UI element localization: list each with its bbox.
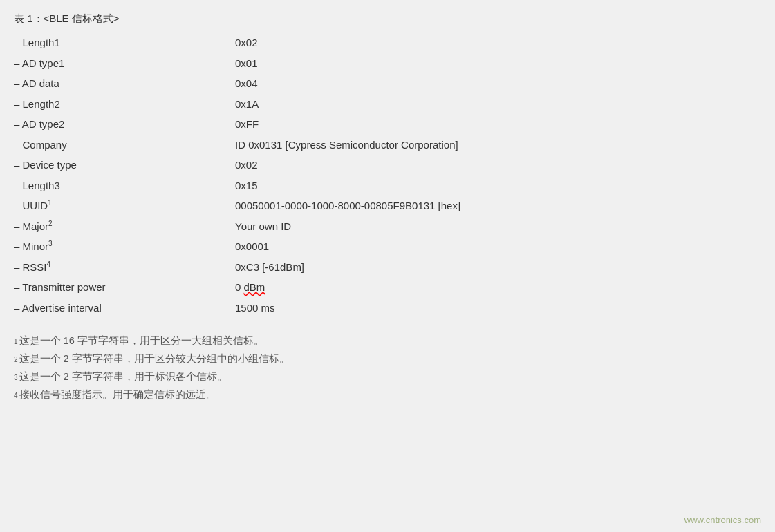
footnote-number: 3: [14, 374, 18, 381]
row-value: Your own ID: [235, 218, 291, 236]
footnote-item: 4接收信号强度指示。用于确定信标的远近。: [14, 386, 761, 403]
row-label: – UUID1: [14, 197, 235, 215]
row-value: 00050001-0000-1000-8000-00805F9B0131 [he…: [235, 197, 460, 215]
row-label: – AD type1: [14, 55, 235, 73]
row-label: – Length2: [14, 95, 235, 113]
row-value: 0x1A: [235, 95, 259, 113]
row-value: 0x0001: [235, 238, 269, 256]
page-title: 表 1：<BLE 信标格式>: [14, 12, 761, 26]
footnote-number: 2: [14, 357, 18, 363]
table-row: – UUID100050001-0000-1000-8000-00805F9B0…: [14, 196, 761, 216]
table-row: – AD type20xFF: [14, 114, 761, 135]
footnote-item: 3这是一个 2 字节字符串，用于标识各个信标。: [14, 368, 761, 386]
table-row: – RSSI40xC3 [-61dBm]: [14, 257, 761, 278]
table-row: – Transmitter power0 dBm: [14, 277, 761, 298]
row-value: 0x04: [235, 75, 258, 93]
row-value: 0x15: [235, 177, 258, 195]
row-value: ID 0x0131 [Cypress Semiconductor Corpora…: [235, 136, 458, 154]
footnotes-section: 1这是一个 16 字节字符串，用于区分一大组相关信标。2这是一个 2 字节字符串…: [14, 332, 761, 403]
row-label: – Major2: [14, 218, 235, 236]
watermark: www.cntronics.com: [684, 515, 761, 525]
footnote-item: 1这是一个 16 字节字符串，用于区分一大组相关信标。: [14, 332, 761, 350]
row-value: 0xC3 [-61dBm]: [235, 258, 304, 276]
table-row: – Advertise interval1500 ms: [14, 298, 761, 319]
row-label: – AD data: [14, 75, 235, 93]
footnote-text: 这是一个 2 字节字符串，用于标识各个信标。: [19, 368, 227, 386]
table-row: – Device type0x02: [14, 155, 761, 175]
row-label: – Device type: [14, 156, 235, 174]
table-row: – Major2Your own ID: [14, 216, 761, 237]
row-label: – AD type2: [14, 115, 235, 133]
row-label: – Length1: [14, 34, 235, 52]
row-value: 0x01: [235, 55, 258, 73]
row-value: 0xFF: [235, 115, 259, 133]
table-row: – AD type10x01: [14, 53, 761, 74]
table-row: – Minor30x0001: [14, 236, 761, 257]
footnote-text: 接收信号强度指示。用于确定信标的远近。: [19, 386, 216, 403]
row-value: 0 dBm: [235, 278, 265, 296]
table-row: – Length20x1A: [14, 94, 761, 115]
footnote-number: 1: [14, 339, 18, 345]
row-label: – Length3: [14, 177, 235, 195]
row-label: – Transmitter power: [14, 278, 235, 296]
row-label: – Company: [14, 136, 235, 154]
underlined-text: dBm: [244, 281, 265, 293]
row-value: 1500 ms: [235, 299, 275, 317]
footnote-text: 这是一个 16 字节字符串，用于区分一大组相关信标。: [19, 332, 264, 350]
row-label: – RSSI4: [14, 258, 235, 276]
table-row: – Length30x15: [14, 175, 761, 196]
row-label: – Minor3: [14, 238, 235, 256]
footnote-item: 2这是一个 2 字节字符串，用于区分较大分组中的小组信标。: [14, 350, 761, 368]
table-row: – Length10x02: [14, 32, 761, 53]
footnote-number: 4: [14, 392, 18, 399]
table-row: – CompanyID 0x0131 [Cypress Semiconducto…: [14, 135, 761, 155]
row-label: – Advertise interval: [14, 299, 235, 317]
row-value: 0x02: [235, 156, 258, 174]
row-value: 0x02: [235, 34, 258, 52]
data-table: – Length10x02– AD type10x01– AD data0x04…: [14, 32, 761, 318]
table-row: – AD data0x04: [14, 73, 761, 94]
footnote-text: 这是一个 2 字节字符串，用于区分较大分组中的小组信标。: [19, 350, 290, 368]
